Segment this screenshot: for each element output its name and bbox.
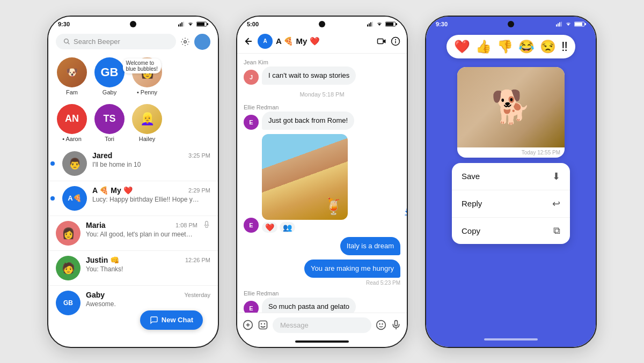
status-bar-2: 5:00 [237, 17, 407, 29]
story-fam[interactable]: 🐶 Fam [56, 57, 88, 95]
chat-time-justin: 12:26 PM [185, 257, 210, 263]
avatar-ellie-2: E [244, 218, 259, 233]
phone-1: 9:30 Search Beeper [47, 16, 219, 348]
msg-read-status: Read 5:23 PM [244, 280, 400, 286]
emoji-laugh[interactable]: 😂 [518, 39, 535, 54]
reaction-row: ❤️ 👥 [262, 222, 348, 233]
svg-rect-10 [367, 24, 368, 26]
battery-icon-3 [574, 21, 586, 27]
svg-point-9 [184, 40, 187, 43]
camera-dot-2 [319, 21, 325, 27]
story-label-tori: Tori [105, 136, 114, 142]
story-avatar-gaby: GB [94, 57, 125, 87]
context-save[interactable]: Save ⬇ [452, 163, 570, 190]
signal-icon [178, 21, 185, 27]
penny-bubble: Welcome toblue bubbles! [123, 58, 162, 73]
settings-icon[interactable] [180, 37, 190, 47]
context-copy[interactable]: Copy ⧉ [452, 218, 570, 244]
msg-bubble-1: I can't wait to swap stories [262, 66, 356, 85]
chat-item-amy[interactable]: A🍕 A 🍕 My ❤️ 2:29 PM Lucy: Happy birthda… [48, 181, 218, 216]
reaction-heart[interactable]: ❤️ [262, 222, 277, 233]
wifi-icon-3 [565, 21, 572, 27]
save-icon: ⬇ [552, 171, 560, 182]
dog-photo-card: 🐕 Today 12:55 PM [457, 67, 565, 158]
context-menu: Save ⬇ Reply ↩ Copy ⧉ [452, 163, 570, 244]
chat-time-amy: 2:29 PM [188, 187, 210, 194]
new-chat-label: New Chat [162, 316, 193, 324]
msg-date-monday: Monday 5:18 PM [244, 91, 400, 98]
avatar-ellie: E [244, 115, 259, 130]
svg-rect-31 [395, 321, 398, 326]
story-tori[interactable]: TS Tori [93, 104, 126, 142]
status-bar-3: 9:30 [426, 17, 596, 29]
info-icon[interactable] [391, 36, 400, 46]
emoji-icon[interactable] [376, 320, 386, 330]
wifi-icon-2 [376, 21, 383, 27]
chat-name-justin: Justin 👊 [86, 256, 119, 264]
svg-rect-5 [197, 23, 204, 26]
mic-icon[interactable] [391, 320, 401, 330]
emoji-thumbs-up[interactable]: 👍 [475, 39, 492, 54]
story-hailey[interactable]: 👱‍♀️ Hailey [131, 104, 163, 142]
svg-point-27 [264, 323, 266, 325]
phone3-bg: ❤️ 👍 👎 😂 😒 ‼️ 🐕 Today 12:55 PM Save ⬇ [426, 29, 596, 347]
video-icon[interactable] [377, 36, 386, 46]
dog-photo-img: 🐕 [457, 67, 565, 147]
wifi-icon [187, 21, 194, 27]
chat-item-justin[interactable]: 🧑 Justin 👊 12:26 PM You: Thanks! [48, 251, 218, 286]
battery-icon-2 [385, 21, 397, 27]
back-icon[interactable] [244, 36, 253, 46]
new-chat-button[interactable]: New Chat [140, 310, 203, 330]
chat-time-jared: 3:25 PM [188, 152, 210, 159]
svg-rect-1 [180, 23, 181, 26]
emoji-heart[interactable]: ❤️ [454, 39, 470, 54]
phone1-content: Search Beeper 🐶 Fam GB Gaby [48, 29, 218, 347]
msg-bubble-sent-1: Italy is a dream [340, 237, 400, 255]
battery-icon [196, 21, 208, 27]
context-reply[interactable]: Reply ↩ [452, 190, 570, 218]
emoji-exclamation[interactable]: ‼️ [561, 39, 568, 54]
chat-header-title: A A 🍕 My ❤️ [258, 34, 372, 49]
message-input[interactable]: Message [273, 317, 371, 333]
camera-dot-3 [508, 21, 514, 27]
chat-item-jared[interactable]: 👨 Jared 3:25 PM I'll be home in 10 [48, 146, 218, 181]
reaction-people[interactable]: 👥 [280, 222, 295, 233]
story-aaron[interactable]: AN • Aaron [56, 104, 88, 142]
status-icons-1 [178, 21, 208, 27]
chat-avatar-maria: 👩 [56, 221, 80, 246]
msg-ellie-pasta-row: Ellie Redman E So much pasta and gelato [244, 290, 400, 312]
svg-rect-36 [561, 21, 562, 26]
avatar-jean: J [244, 70, 259, 85]
svg-rect-34 [558, 23, 559, 26]
story-gaby[interactable]: GB Gaby [93, 57, 126, 95]
sender-name-ellie-2: Ellie Redman [244, 290, 400, 297]
chat-preview-amy: Lucy: Happy birthday Ellie!! Hope you've… [92, 196, 200, 203]
chat-name-maria: Maria [86, 221, 106, 229]
sender-name-jean: Jean Kim [244, 59, 400, 65]
header-icons [180, 34, 210, 50]
emoji-skeptical[interactable]: 😒 [540, 39, 556, 54]
svg-rect-16 [396, 23, 398, 25]
copy-icon: ⧉ [553, 225, 560, 236]
beeper-header: Search Beeper [48, 29, 218, 53]
story-label-gaby: Gaby [103, 89, 116, 95]
svg-rect-0 [178, 24, 179, 26]
search-bar[interactable]: Search Beeper [56, 34, 176, 49]
status-bar-1: 9:30 [48, 17, 218, 29]
chat-time-maria: 1:08 PM [175, 222, 197, 228]
sticker-icon[interactable] [258, 320, 268, 330]
status-icons-3 [556, 21, 586, 27]
svg-rect-39 [585, 23, 587, 25]
user-avatar[interactable] [194, 34, 210, 50]
svg-rect-13 [372, 21, 373, 26]
add-icon[interactable] [243, 320, 253, 330]
emoji-thumbs-down[interactable]: 👎 [497, 39, 513, 54]
download-float-icon[interactable] [402, 207, 407, 217]
muted-icon [203, 221, 210, 228]
svg-rect-11 [369, 23, 370, 26]
chat-item-maria[interactable]: 👩 Maria 1:08 PM You: All good, let's pla… [48, 216, 218, 251]
svg-rect-15 [386, 23, 393, 26]
story-penny[interactable]: 👩 • Penny Welcome toblue bubbles! [131, 57, 163, 95]
context-reply-label: Reply [462, 199, 482, 208]
emoji-reaction-bar: ❤️ 👍 👎 😂 😒 ‼️ [447, 35, 575, 58]
